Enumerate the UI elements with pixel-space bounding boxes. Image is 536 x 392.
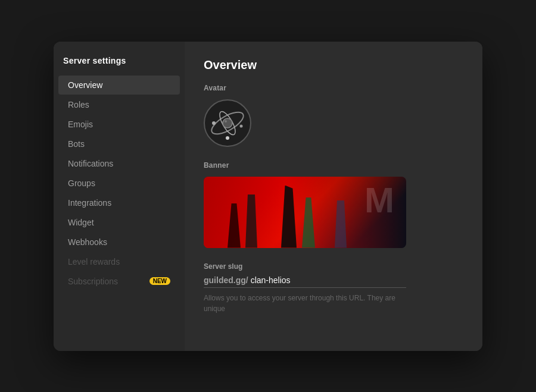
sidebar: Server settings Overview Roles Emojis Bo… xyxy=(54,42,185,351)
sidebar-item-emojis[interactable]: Emojis xyxy=(58,115,180,134)
server-slug-section: Server slug guilded.gg/ Allows you to ac… xyxy=(204,262,463,314)
subscriptions-badge: NEW xyxy=(149,277,170,285)
svg-point-5 xyxy=(240,124,243,127)
figure-2 xyxy=(245,195,257,248)
sidebar-item-notifications[interactable]: Notifications xyxy=(58,154,180,173)
page-title: Overview xyxy=(204,58,463,72)
figure-5 xyxy=(335,200,347,248)
sidebar-item-subscriptions: Subscriptions NEW xyxy=(58,272,180,291)
sidebar-item-bots[interactable]: Bots xyxy=(58,134,180,153)
main-content: Overview Avatar xyxy=(185,42,482,351)
avatar-icon xyxy=(207,102,248,144)
sidebar-title: Server settings xyxy=(54,56,185,75)
banner-label: Banner xyxy=(204,161,463,170)
server-slug-row: guilded.gg/ xyxy=(204,275,406,288)
banner-image[interactable]: M xyxy=(204,177,406,248)
banner-section: Banner M xyxy=(204,161,463,248)
sidebar-item-subscriptions-label: Subscriptions xyxy=(68,277,118,286)
sidebar-item-widget[interactable]: Widget xyxy=(58,213,180,232)
avatar-section: Avatar xyxy=(204,84,463,147)
sidebar-item-overview[interactable]: Overview xyxy=(58,76,180,95)
svg-point-3 xyxy=(225,120,227,123)
figure-1 xyxy=(228,203,241,248)
svg-point-6 xyxy=(226,136,229,140)
svg-point-4 xyxy=(212,121,216,125)
figure-3 xyxy=(281,186,297,248)
avatar-label: Avatar xyxy=(204,84,463,92)
server-slug-label: Server slug xyxy=(204,262,463,271)
avatar[interactable] xyxy=(204,99,251,147)
sidebar-item-integrations[interactable]: Integrations xyxy=(58,193,180,212)
sidebar-item-roles[interactable]: Roles xyxy=(58,95,180,114)
sidebar-item-level-rewards: Level rewards xyxy=(58,252,180,271)
sidebar-item-groups[interactable]: Groups xyxy=(58,174,180,193)
slug-prefix: guilded.gg/ xyxy=(204,275,248,285)
slug-input[interactable] xyxy=(248,275,406,285)
slug-help-text: Allows you to access your server through… xyxy=(204,293,406,314)
figure-4 xyxy=(302,197,315,248)
app-window: Server settings Overview Roles Emojis Bo… xyxy=(54,42,482,351)
banner-figures xyxy=(204,177,406,248)
svg-point-2 xyxy=(223,118,232,128)
sidebar-item-webhooks[interactable]: Webhooks xyxy=(58,233,180,252)
